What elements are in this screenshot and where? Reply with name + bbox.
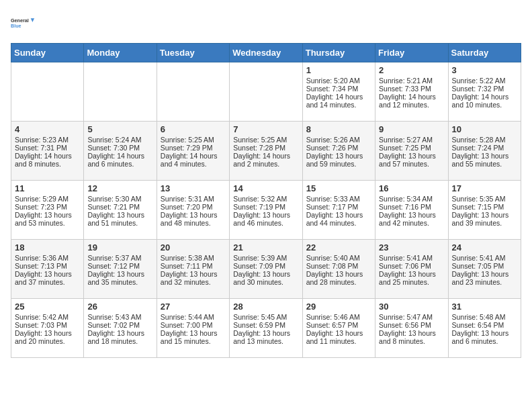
day-number: 2 — [379, 65, 444, 75]
day-number: 16 — [379, 183, 444, 193]
day-number: 11 — [15, 183, 80, 193]
cell-text: Sunrise: 5:22 AM — [452, 77, 517, 85]
cell-text: Sunset: 7:32 PM — [452, 85, 517, 93]
cell-text: Daylight: 14 hours and 4 minutes. — [161, 152, 226, 168]
calendar-cell: 29Sunrise: 5:46 AMSunset: 6:57 PMDayligh… — [302, 299, 375, 358]
cell-text: Sunrise: 5:27 AM — [379, 136, 444, 144]
day-number: 13 — [161, 183, 226, 193]
day-number: 9 — [379, 124, 444, 134]
cell-text: Sunrise: 5:24 AM — [87, 136, 152, 144]
cell-text: Daylight: 13 hours and 6 minutes. — [452, 329, 517, 345]
cell-text: Daylight: 13 hours and 48 minutes. — [161, 211, 226, 227]
cell-text: Sunrise: 5:42 AM — [15, 313, 80, 321]
cell-text: Daylight: 14 hours and 10 minutes. — [452, 93, 517, 109]
calendar-cell: 17Sunrise: 5:35 AMSunset: 7:15 PMDayligh… — [448, 181, 521, 240]
calendar-cell: 11Sunrise: 5:29 AMSunset: 7:23 PMDayligh… — [11, 181, 84, 240]
cell-text: Daylight: 14 hours and 12 minutes. — [379, 93, 444, 109]
cell-text: Sunrise: 5:33 AM — [306, 195, 371, 203]
calendar-week-row: 25Sunrise: 5:42 AMSunset: 7:03 PMDayligh… — [11, 299, 521, 358]
day-number: 21 — [233, 242, 298, 253]
day-number: 26 — [87, 302, 152, 312]
cell-text: Sunrise: 5:36 AM — [15, 254, 80, 262]
calendar-cell: 26Sunrise: 5:43 AMSunset: 7:02 PMDayligh… — [84, 299, 157, 358]
cell-text: Sunrise: 5:44 AM — [161, 313, 226, 321]
cell-text: Daylight: 14 hours and 8 minutes. — [15, 152, 80, 168]
cell-text: Sunset: 7:20 PM — [161, 203, 226, 211]
cell-text: Daylight: 13 hours and 23 minutes. — [452, 270, 517, 286]
cell-text: Daylight: 13 hours and 32 minutes. — [161, 270, 226, 286]
calendar-week-row: 11Sunrise: 5:29 AMSunset: 7:23 PMDayligh… — [11, 181, 521, 240]
logo: GeneralBlue — [11, 11, 35, 35]
cell-text: Daylight: 14 hours and 14 minutes. — [306, 93, 371, 109]
cell-text: Daylight: 13 hours and 8 minutes. — [379, 329, 444, 345]
cell-text: Sunset: 6:57 PM — [306, 321, 371, 329]
cell-text: Sunrise: 5:48 AM — [452, 313, 517, 321]
calendar-cell — [11, 62, 84, 122]
calendar-cell: 23Sunrise: 5:41 AMSunset: 7:06 PMDayligh… — [375, 240, 448, 299]
cell-text: Daylight: 13 hours and 13 minutes. — [233, 329, 298, 345]
calendar-cell: 12Sunrise: 5:30 AMSunset: 7:21 PMDayligh… — [84, 181, 157, 240]
cell-text: Sunrise: 5:41 AM — [379, 254, 444, 262]
cell-text: Sunrise: 5:23 AM — [15, 136, 80, 144]
cell-text: Daylight: 13 hours and 37 minutes. — [15, 270, 80, 286]
calendar-cell: 9Sunrise: 5:27 AMSunset: 7:25 PMDaylight… — [375, 122, 448, 181]
cell-text: Daylight: 13 hours and 59 minutes. — [306, 152, 371, 168]
day-number: 22 — [306, 242, 371, 253]
day-number: 20 — [161, 242, 226, 253]
day-number: 5 — [87, 124, 152, 134]
day-number: 1 — [306, 65, 371, 75]
calendar-table: SundayMondayTuesdayWednesdayThursdayFrid… — [11, 43, 521, 358]
cell-text: Sunrise: 5:40 AM — [306, 254, 371, 262]
cell-text: Sunrise: 5:20 AM — [306, 77, 371, 85]
cell-text: Sunrise: 5:35 AM — [452, 195, 517, 203]
calendar-cell: 2Sunrise: 5:21 AMSunset: 7:33 PMDaylight… — [375, 62, 448, 122]
svg-text:Blue: Blue — [11, 23, 21, 29]
cell-text: Sunrise: 5:32 AM — [233, 195, 298, 203]
cell-text: Sunrise: 5:29 AM — [15, 195, 80, 203]
weekday-header: Friday — [375, 44, 448, 62]
calendar-cell: 13Sunrise: 5:31 AMSunset: 7:20 PMDayligh… — [157, 181, 229, 240]
day-number: 10 — [452, 124, 517, 134]
calendar-cell: 14Sunrise: 5:32 AMSunset: 7:19 PMDayligh… — [230, 181, 302, 240]
cell-text: Sunrise: 5:43 AM — [87, 313, 152, 321]
day-number: 28 — [233, 302, 298, 312]
calendar-week-row: 1Sunrise: 5:20 AMSunset: 7:34 PMDaylight… — [11, 62, 521, 122]
cell-text: Sunset: 7:24 PM — [452, 144, 517, 152]
cell-text: Daylight: 14 hours and 2 minutes. — [233, 152, 298, 168]
cell-text: Sunrise: 5:31 AM — [161, 195, 226, 203]
calendar-week-row: 4Sunrise: 5:23 AMSunset: 7:31 PMDaylight… — [11, 122, 521, 181]
cell-text: Daylight: 13 hours and 20 minutes. — [15, 329, 80, 345]
cell-text: Sunset: 7:29 PM — [161, 144, 226, 152]
day-number: 19 — [87, 242, 152, 253]
cell-text: Sunrise: 5:37 AM — [87, 254, 152, 262]
cell-text: Daylight: 13 hours and 25 minutes. — [379, 270, 444, 286]
calendar-cell: 21Sunrise: 5:39 AMSunset: 7:09 PMDayligh… — [230, 240, 302, 299]
cell-text: Sunrise: 5:47 AM — [379, 313, 444, 321]
calendar-cell: 8Sunrise: 5:26 AMSunset: 7:26 PMDaylight… — [302, 122, 375, 181]
calendar-cell: 10Sunrise: 5:28 AMSunset: 7:24 PMDayligh… — [448, 122, 521, 181]
cell-text: Daylight: 13 hours and 46 minutes. — [233, 211, 298, 227]
cell-text: Daylight: 13 hours and 57 minutes. — [379, 152, 444, 168]
cell-text: Daylight: 13 hours and 11 minutes. — [306, 329, 371, 345]
cell-text: Daylight: 13 hours and 18 minutes. — [87, 329, 152, 345]
cell-text: Daylight: 13 hours and 39 minutes. — [452, 211, 517, 227]
calendar-cell — [157, 62, 229, 122]
cell-text: Sunset: 7:15 PM — [452, 203, 517, 211]
calendar-cell: 25Sunrise: 5:42 AMSunset: 7:03 PMDayligh… — [11, 299, 84, 358]
calendar-cell: 6Sunrise: 5:25 AMSunset: 7:29 PMDaylight… — [157, 122, 229, 181]
cell-text: Daylight: 13 hours and 51 minutes. — [87, 211, 152, 227]
cell-text: Daylight: 13 hours and 35 minutes. — [87, 270, 152, 286]
day-number: 4 — [15, 124, 80, 134]
calendar-cell: 19Sunrise: 5:37 AMSunset: 7:12 PMDayligh… — [84, 240, 157, 299]
weekday-header: Thursday — [302, 44, 375, 62]
cell-text: Sunset: 7:28 PM — [233, 144, 298, 152]
calendar-cell: 5Sunrise: 5:24 AMSunset: 7:30 PMDaylight… — [84, 122, 157, 181]
cell-text: Sunset: 7:30 PM — [87, 144, 152, 152]
cell-text: Sunset: 7:12 PM — [87, 262, 152, 270]
cell-text: Sunset: 7:23 PM — [15, 203, 80, 211]
cell-text: Sunset: 7:05 PM — [452, 262, 517, 270]
calendar-cell: 4Sunrise: 5:23 AMSunset: 7:31 PMDaylight… — [11, 122, 84, 181]
day-number: 18 — [15, 242, 80, 253]
cell-text: Daylight: 13 hours and 30 minutes. — [233, 270, 298, 286]
day-number: 27 — [161, 302, 226, 312]
